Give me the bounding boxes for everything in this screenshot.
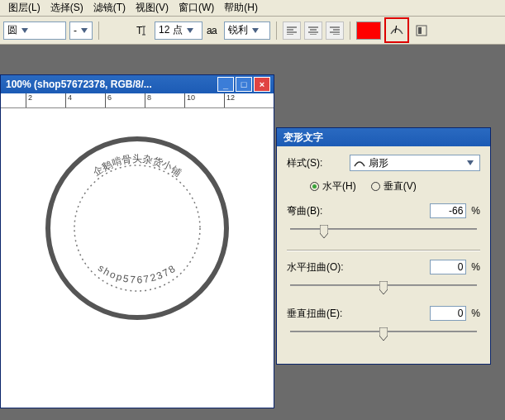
chevron-down-icon [184,25,196,36]
separator [350,21,350,40]
dialog-titlebar[interactable]: 变形文字 [277,128,490,146]
antialias-value: 锐利 [228,23,248,37]
bend-slider[interactable] [290,227,477,240]
document-title: 100% (shop57672378, RGB/8/... [6,79,217,90]
radio-icon [371,182,380,191]
maximize-button[interactable]: □ [236,77,252,92]
horizontal-ruler: 2 4 6 8 10 12 [1,93,274,108]
warp-text-dialog: 变形文字 样式(S): 扇形 水平(H) 垂直(V) [276,127,491,365]
shape-label: 圆 [7,23,17,37]
separator [98,21,99,40]
menu-bar: 图层(L) 选择(S) 滤镜(T) 视图(V) 窗口(W) 帮助(H) [0,0,505,17]
ruler-tick: 2 [26,93,32,108]
hdistort-input[interactable]: 0 [430,260,466,274]
menu-filter[interactable]: 滤镜(T) [88,0,131,17]
bend-label: 弯曲(B): [287,204,425,218]
radio-icon [310,182,319,191]
document-window: 100% (shop57672378, RGB/8/... _ □ × 2 4 … [0,74,274,408]
chevron-down-icon [19,25,31,36]
align-left-button[interactable] [283,21,301,40]
radio-label: 垂直(V) [384,179,417,193]
menu-layer[interactable]: 图层(L) [3,0,45,17]
separator [287,250,480,251]
percent-label: % [471,308,480,319]
menu-help[interactable]: 帮助(H) [219,0,263,17]
menu-select[interactable]: 选择(S) [45,0,88,17]
palette-toggle-button[interactable] [412,21,431,40]
slider-thumb-icon[interactable] [379,327,388,341]
slider-thumb-icon[interactable] [379,281,388,294]
close-button[interactable]: × [254,77,270,92]
align-center-button[interactable] [304,21,322,40]
vdistort-slider[interactable] [290,329,477,342]
style-value: 扇形 [369,156,463,170]
highlight-box: I [384,17,409,43]
ruler-tick: 6 [105,93,112,108]
stamp-artwork: 企鹅啃骨头杂货小铺 shop57672378 [42,133,232,323]
shape-preset-combo[interactable]: 圆 [3,21,66,40]
style-combo[interactable]: 扇形 [350,155,480,171]
chevron-down-icon [250,25,261,36]
separator [276,21,277,40]
stamp-upper-text: 企鹅啃骨头杂货小铺 [91,153,184,179]
canvas[interactable]: 企鹅啃骨头杂货小铺 shop57672378 [1,108,274,408]
vdistort-input[interactable]: 0 [430,306,466,321]
minimize-button[interactable]: _ [217,77,234,92]
ruler-tick: 8 [145,93,151,108]
percent-label: % [471,261,480,273]
font-size-value: 12 点 [159,23,183,37]
warp-text-button[interactable]: I [388,21,406,39]
document-titlebar[interactable]: 100% (shop57672378, RGB/8/... _ □ × [1,75,274,93]
percent-label: % [471,205,480,217]
text-color-swatch[interactable] [356,21,381,40]
text-orientation-icon[interactable]: T [133,21,151,40]
style-label: 样式(S): [287,156,345,170]
svg-text:I: I [394,24,398,36]
ruler-tick: 10 [184,93,195,108]
dash-label: - [74,25,77,36]
menu-window[interactable]: 窗口(W) [174,0,219,17]
align-right-button[interactable] [326,21,344,40]
menu-view[interactable]: 视图(V) [131,0,174,17]
antialias-combo[interactable]: 锐利 [224,21,270,40]
ruler-tick: 4 [65,93,72,108]
chevron-down-icon [79,25,90,36]
tool-options-bar: 圆 - T 12 点 aa 锐利 I [0,17,505,45]
shape-option-combo[interactable]: - [69,21,93,40]
hdistort-label: 水平扭曲(O): [287,260,425,274]
stamp-lower-text: shop57672378 [96,262,179,285]
dialog-title: 变形文字 [283,131,323,145]
svg-text:a: a [212,25,217,36]
radio-label: 水平(H) [322,179,356,193]
slider-thumb-icon[interactable] [320,225,328,238]
svg-point-7 [74,165,200,291]
font-size-combo[interactable]: 12 点 [155,21,202,40]
horizontal-radio[interactable]: 水平(H) [310,179,356,193]
vertical-radio[interactable]: 垂直(V) [371,179,417,193]
arc-icon [354,158,365,168]
vdistort-label: 垂直扭曲(E): [287,307,425,321]
chevron-down-icon [465,157,476,169]
svg-rect-5 [418,27,422,34]
ruler-tick: 12 [224,93,235,108]
antialias-icon: aa [206,21,221,40]
workspace: 100% (shop57672378, RGB/8/... _ □ × 2 4 … [0,45,505,420]
bend-input[interactable]: -66 [430,203,466,218]
svg-text:T: T [136,25,143,36]
hdistort-slider[interactable] [290,283,477,296]
